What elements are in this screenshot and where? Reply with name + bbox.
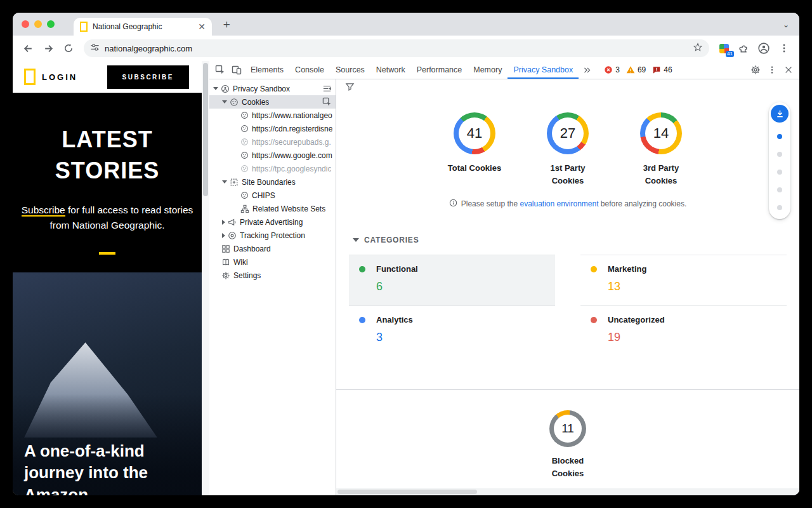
devtools-close-icon[interactable] [780,62,797,78]
login-link[interactable]: LOGIN [42,72,77,82]
page-scrollbar[interactable] [202,61,209,495]
filter-funnel-icon[interactable] [345,82,355,94]
tree-item-url[interactable]: https://tpc.googlesyndic [209,162,336,175]
devtools-menu-kebab-icon[interactable] [764,62,780,78]
subscribe-link[interactable]: Subscribe [22,204,65,217]
category-uncategorized[interactable]: Uncategorized 19 [580,305,787,356]
tree-item-cookies[interactable]: Cookies [209,95,336,109]
site-settings-icon[interactable] [90,43,100,55]
category-marketing[interactable]: Marketing 13 [580,255,787,305]
tab-network[interactable]: Network [370,61,411,79]
address-bar[interactable]: nationalgeographic.com [84,39,709,57]
categories-section-header[interactable]: CATEGORIES [353,236,799,244]
tab-sources[interactable]: Sources [330,61,370,79]
console-summary: 3 69 46 [604,65,672,74]
legend-dot-icon [359,266,365,272]
evaluation-environment-link[interactable]: evaluation environment [520,199,598,208]
section-dot-1[interactable] [777,134,782,139]
horizontal-scrollbar-thumb[interactable] [337,490,477,494]
browser-menu-kebab-icon[interactable] [775,39,793,57]
horizontal-scrollbar[interactable] [336,488,799,495]
info-suffix: before analyzing cookies. [599,199,687,208]
close-window-button[interactable] [22,20,29,28]
collapse-sidebar-icon[interactable] [322,84,332,93]
chevron-down-icon[interactable] [213,87,218,90]
devtools-settings-gear-icon[interactable] [747,62,764,78]
dashboard-grid-icon [221,244,230,253]
download-report-button[interactable] [771,105,789,123]
tab-console[interactable]: Console [289,61,330,79]
warning-icon [626,65,635,74]
cookie-icon [240,151,249,159]
chevron-down-icon[interactable] [353,238,359,242]
promo-text: Subscribe for full access to read storie… [21,203,193,233]
tree-item-private-advertising[interactable]: Private Advertising [209,215,336,229]
tab-performance[interactable]: Performance [411,61,468,79]
tab-privacy-sandbox[interactable]: Privacy Sandbox [508,61,579,79]
minimize-window-button[interactable] [34,20,42,28]
category-name: Uncategorized [608,315,665,324]
extensions-puzzle-icon[interactable] [735,39,752,57]
back-button[interactable] [19,39,37,57]
warning-count: 69 [638,65,646,74]
category-count: 19 [608,331,776,344]
chevron-right-icon[interactable] [222,233,225,238]
tree-item-url[interactable]: https://cdn.registerdisne [209,122,336,135]
section-dot-2[interactable] [777,152,782,157]
tab-search-chevron-icon[interactable]: ⌄ [779,18,793,32]
cookie-icon [230,98,239,107]
maximize-window-button[interactable] [47,20,55,28]
element-picker-icon[interactable] [322,97,332,107]
browser-tab[interactable]: National Geographic ✕ [74,18,212,36]
inspect-element-icon[interactable] [212,62,228,78]
tree-item-chips[interactable]: CHIPS [209,189,336,202]
tree-item-settings[interactable]: Settings [209,269,336,282]
tree-item-wiki[interactable]: Wiki [209,255,336,269]
tree-item-url[interactable]: https://securepubads.g. [209,135,336,149]
chevron-down-icon[interactable] [222,100,227,104]
privacy-sandbox-icon [221,84,230,93]
section-dot-4[interactable] [777,187,782,192]
device-toolbar-icon[interactable] [228,62,245,78]
profile-avatar[interactable] [755,39,773,57]
new-tab-button[interactable]: ＋ [218,16,235,32]
errors-badge[interactable]: 3 [604,65,620,74]
page-scrollbar-thumb[interactable] [203,63,208,196]
tab-memory[interactable]: Memory [468,61,508,79]
filter-toolbar [336,79,799,96]
url-text[interactable]: nationalgeographic.com [105,44,688,53]
category-functional[interactable]: Functional 6 [349,255,555,305]
tab-elements[interactable]: Elements [245,61,289,79]
tree-item-site-boundaries[interactable]: Site Boundaries [209,175,336,189]
article-headline[interactable]: A one-of-a-kind journey into the Amazon [24,440,183,495]
privacy-sandbox-panel: Privacy Sandbox Cookies [209,79,799,495]
section-dot-5[interactable] [777,205,782,210]
tree-item-tracking-protection[interactable]: Tracking Protection [209,229,336,242]
bookmark-star-icon[interactable] [693,42,703,55]
info-text: Please setup the evaluation environment … [461,199,687,208]
chevron-down-icon[interactable] [222,180,227,184]
tab-close-icon[interactable]: ✕ [198,22,206,31]
tree-item-url[interactable]: https://www.google.com [209,149,336,162]
cookie-origin-label: https://www.nationalgeo [252,111,332,120]
natgeo-logo-icon[interactable] [24,69,36,85]
tree-item-privacy-sandbox[interactable]: Privacy Sandbox [209,82,336,95]
category-analytics[interactable]: Analytics 3 [349,305,555,356]
warnings-badge[interactable]: 69 [626,65,646,74]
forward-button[interactable] [39,39,57,57]
chart-label: 1st Party Cookies [539,162,596,187]
tree-item-dashboard[interactable]: Dashboard [209,242,336,255]
chevron-right-icon[interactable] [222,220,225,225]
section-dot-3[interactable] [777,170,782,175]
hero-article-card[interactable]: A one-of-a-kind journey into the Amazon [13,272,202,495]
privacy-sandbox-extension-button[interactable]: 41 [716,40,732,57]
issues-badge[interactable]: 46 [652,65,672,74]
cookie-origin-label: https://www.google.com [252,151,332,160]
more-tabs-icon[interactable] [579,62,595,78]
category-name: Functional [376,264,418,274]
tree-item-url[interactable]: https://www.nationalgeo [209,109,336,122]
subscribe-button[interactable]: SUBSCRIBE [107,65,189,89]
tree-item-related-website-sets[interactable]: Related Website Sets [209,202,336,215]
chart-label: 3rd Party Cookies [632,162,690,187]
reload-button[interactable] [60,39,77,57]
